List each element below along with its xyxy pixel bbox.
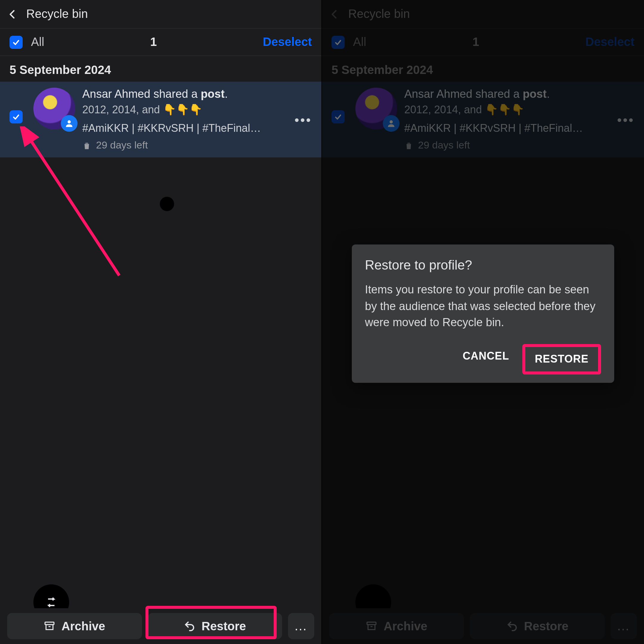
trash-icon	[82, 141, 91, 150]
annotation-highlight-restore	[145, 606, 277, 639]
svg-point-0	[68, 120, 71, 123]
dialog-restore-button[interactable]: RESTORE	[522, 344, 601, 374]
page-title: Recycle bin	[26, 7, 88, 21]
back-icon[interactable]	[7, 9, 18, 19]
post-body: Ansar Ahmed shared a post. 2012, 2014, a…	[82, 88, 291, 151]
restore-dialog: Restore to profile? Items you restore to…	[352, 244, 614, 383]
dialog-actions: CANCEL RESTORE	[365, 344, 601, 374]
post-more-icon[interactable]: •••	[291, 110, 315, 131]
screen-restore-dialog: Recycle bin All 1 Deselect 5 September 2…	[322, 0, 644, 644]
post-expiry: 29 days left	[82, 140, 291, 151]
select-all-label: All	[31, 35, 44, 49]
post-subtitle: 2012, 2014, and 👇👇👇	[82, 103, 291, 116]
app-header: Recycle bin	[0, 0, 321, 29]
date-group-header: 5 September 2024	[0, 56, 321, 82]
screen-recycle-bin-selected: Recycle bin All 1 Deselect 5 September 2…	[0, 0, 322, 644]
shared-badge-icon	[61, 115, 78, 132]
archive-button[interactable]: Archive	[7, 613, 142, 639]
svg-rect-2	[45, 622, 54, 625]
dialog-cancel-button[interactable]: CANCEL	[453, 344, 519, 374]
post-title: Ansar Ahmed shared a post.	[82, 88, 291, 101]
dialog-title: Restore to profile?	[365, 258, 601, 273]
more-actions-button[interactable]: …	[288, 613, 314, 639]
post-checkbox[interactable]	[10, 110, 23, 123]
decorative-dot	[160, 197, 174, 211]
select-all-checkbox[interactable]	[10, 35, 23, 49]
svg-line-1	[29, 137, 119, 275]
selected-count: 1	[44, 35, 263, 49]
selection-bar: All 1 Deselect	[0, 29, 321, 56]
deselect-button[interactable]: Deselect	[263, 35, 312, 49]
post-avatar	[33, 88, 75, 129]
post-row[interactable]: Ansar Ahmed shared a post. 2012, 2014, a…	[0, 82, 321, 157]
post-tags: #AmiKKR | #KKRvSRH | #TheFinal…	[82, 122, 291, 135]
dialog-body: Items you restore to your profile can be…	[365, 281, 601, 331]
archive-icon	[44, 620, 55, 632]
